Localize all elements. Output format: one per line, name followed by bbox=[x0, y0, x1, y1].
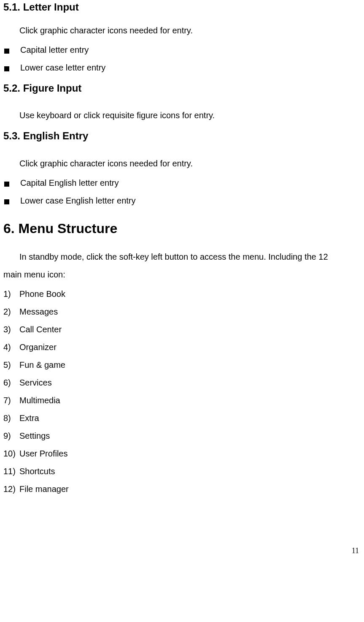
square-bullet-icon bbox=[4, 182, 9, 187]
list-item-label: Capital letter entry bbox=[20, 44, 89, 56]
bullet-list-5-3: Capital English letter entry Lower case … bbox=[3, 177, 361, 206]
list-item: 5)Fun & game bbox=[3, 359, 361, 371]
paragraph-5-2-intro: Use keyboard or click requisite figure i… bbox=[3, 109, 361, 121]
list-item-label: Fun & game bbox=[19, 359, 65, 371]
list-item: 2)Messages bbox=[3, 306, 361, 318]
list-item-label: Multimedia bbox=[19, 394, 60, 406]
list-item: 11)Shortcuts bbox=[3, 465, 361, 477]
square-bullet-icon bbox=[4, 49, 9, 54]
list-item: 8)Extra bbox=[3, 412, 361, 424]
list-item: 10)User Profiles bbox=[3, 448, 361, 459]
list-item-label: Lower case English letter entry bbox=[20, 195, 135, 206]
list-item: 9)Settings bbox=[3, 430, 361, 442]
list-item: 7)Multimedia bbox=[3, 394, 361, 406]
list-item-label: File manager bbox=[19, 483, 69, 495]
list-marker: 12) bbox=[3, 483, 19, 495]
list-marker: 3) bbox=[3, 323, 19, 335]
list-item-label: User Profiles bbox=[19, 448, 67, 459]
list-marker: 7) bbox=[3, 394, 19, 406]
list-item: 1)Phone Book bbox=[3, 288, 361, 300]
list-item: Lower case English letter entry bbox=[3, 195, 361, 206]
list-item: 12)File manager bbox=[3, 483, 361, 495]
square-bullet-icon bbox=[4, 66, 9, 71]
list-item-label: Organizer bbox=[19, 341, 57, 353]
paragraph-6-intro-line1: In standby mode, click the soft-key left… bbox=[3, 251, 361, 263]
list-marker: 5) bbox=[3, 359, 19, 371]
list-item-label: Extra bbox=[19, 412, 39, 424]
list-item-label: Services bbox=[19, 377, 52, 388]
page-number: 11 bbox=[3, 546, 361, 556]
paragraph-6-intro-line2: main menu icon: bbox=[3, 269, 361, 280]
list-item: 3)Call Center bbox=[3, 323, 361, 335]
list-item-label: Call Center bbox=[19, 323, 62, 335]
list-marker: 2) bbox=[3, 306, 19, 318]
heading-5-1: 5.1. Letter Input bbox=[3, 0, 361, 14]
list-marker: 9) bbox=[3, 430, 19, 442]
list-item-label: Shortcuts bbox=[19, 465, 55, 477]
list-marker: 8) bbox=[3, 412, 19, 424]
list-item-label: Phone Book bbox=[19, 288, 65, 300]
list-item-label: Lower case letter entry bbox=[20, 62, 105, 73]
list-marker: 11) bbox=[3, 465, 19, 477]
list-marker: 10) bbox=[3, 448, 19, 459]
paragraph-5-1-intro: Click graphic character icons needed for… bbox=[3, 24, 361, 36]
list-item: 4)Organizer bbox=[3, 341, 361, 353]
list-item-label: Settings bbox=[19, 430, 50, 442]
numbered-list-6: 1)Phone Book 2)Messages 3)Call Center 4)… bbox=[3, 288, 361, 495]
heading-6: 6. Menu Structure bbox=[3, 219, 361, 238]
list-item: Capital letter entry bbox=[3, 44, 361, 56]
list-item: Capital English letter entry bbox=[3, 177, 361, 189]
list-item: Lower case letter entry bbox=[3, 62, 361, 73]
bullet-list-5-1: Capital letter entry Lower case letter e… bbox=[3, 44, 361, 73]
heading-5-2: 5.2. Figure Input bbox=[3, 81, 361, 95]
heading-5-3: 5.3. English Entry bbox=[3, 129, 361, 143]
list-marker: 4) bbox=[3, 341, 19, 353]
page-content: 5.1. Letter Input Click graphic characte… bbox=[0, 0, 364, 556]
list-item: 6)Services bbox=[3, 377, 361, 388]
square-bullet-icon bbox=[4, 199, 9, 204]
list-item-label: Capital English letter entry bbox=[20, 177, 119, 189]
list-marker: 6) bbox=[3, 377, 19, 388]
list-item-label: Messages bbox=[19, 306, 58, 318]
list-marker: 1) bbox=[3, 288, 19, 300]
paragraph-5-3-intro: Click graphic character icons needed for… bbox=[3, 158, 361, 169]
